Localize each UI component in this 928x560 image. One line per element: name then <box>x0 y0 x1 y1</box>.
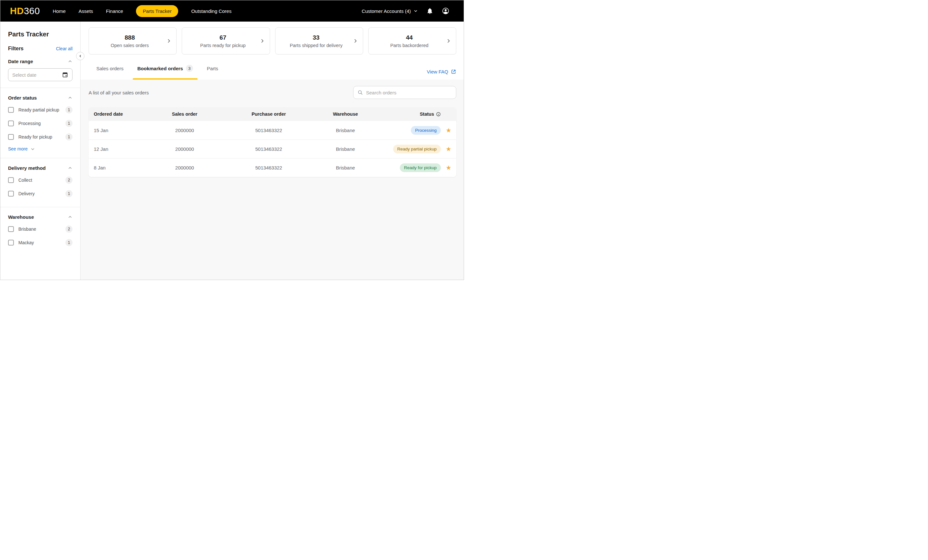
warehouse-header[interactable]: Warehouse <box>8 214 72 220</box>
tabs-bar: Sales orders Bookmarked orders 3 Parts V… <box>89 55 456 79</box>
stat-card-parts-shipped-for-delivery[interactable]: 33 Parts shipped for delivery <box>275 27 363 55</box>
count-badge: 1 <box>66 190 72 197</box>
checkbox[interactable] <box>8 226 14 232</box>
calendar-icon[interactable] <box>62 72 68 78</box>
count-badge: 2 <box>66 177 72 184</box>
stat-card-parts-backordered[interactable]: 44 Parts backordered <box>368 27 456 55</box>
logo-hd: HD <box>10 6 24 17</box>
cell-purchase-order: 5013463322 <box>226 165 311 171</box>
search-orders-box[interactable] <box>353 86 456 99</box>
chevron-right-icon <box>259 38 265 44</box>
divider <box>0 158 80 158</box>
clear-all-link[interactable]: Clear all <box>56 46 72 51</box>
notifications-button[interactable] <box>426 8 433 15</box>
chevron-right-icon <box>446 38 452 44</box>
column-header-purchase-order: Purchase order <box>226 111 311 117</box>
orders-table: Ordered date Sales order Purchase order … <box>89 107 456 177</box>
nav-item-outstanding-cores[interactable]: Outstanding Cores <box>191 8 231 14</box>
tab-bookmarked-orders[interactable]: Bookmarked orders 3 <box>133 65 197 79</box>
bell-icon <box>426 8 433 15</box>
table-row[interactable]: 15 Jan 2000000 5013463322 Brisbane Proce… <box>89 121 456 139</box>
account-button[interactable] <box>442 7 450 15</box>
filter-option-label: Collect <box>18 177 66 183</box>
main-content: 888 Open sales orders 67 Parts ready for… <box>81 21 464 280</box>
nav-item-parts-tracker[interactable]: Parts Tracker <box>136 5 178 17</box>
count-badge: 1 <box>66 239 72 246</box>
cell-purchase-order: 5013463322 <box>226 128 311 133</box>
stat-card-parts-ready-for-pickup[interactable]: 67 Parts ready for pickup <box>182 27 270 55</box>
filter-option-ready-for-pickup[interactable]: Ready for pickup 1 <box>8 130 72 144</box>
tab-label: Sales orders <box>96 66 124 71</box>
see-more-label: See more <box>8 146 28 151</box>
account-icon <box>442 7 450 15</box>
info-icon[interactable] <box>436 112 441 117</box>
cell-warehouse: Brisbane <box>311 146 379 152</box>
customer-accounts-dropdown[interactable]: Customer Accounts (4) <box>362 8 418 14</box>
delivery-method-header[interactable]: Delivery method <box>8 165 72 171</box>
tab-label: Parts <box>207 66 218 71</box>
filter-option-ready-partial-pickup[interactable]: Ready partial pickup 1 <box>8 103 72 117</box>
chevron-up-icon <box>68 166 72 171</box>
filter-option-mackay[interactable]: Mackay 1 <box>8 236 72 249</box>
tab-panel-bookmarked-orders: A list of all your sales orders Ordered … <box>81 79 464 280</box>
filter-option-collect[interactable]: Collect 2 <box>8 173 72 187</box>
column-header-sales-order: Sales order <box>143 111 226 117</box>
tab-parts[interactable]: Parts <box>202 65 223 79</box>
nav-item-assets[interactable]: Assets <box>79 8 93 14</box>
date-range-input[interactable]: Select date <box>8 68 72 81</box>
filter-option-brisbane[interactable]: Brisbane 2 <box>8 222 72 236</box>
checkbox[interactable] <box>8 121 14 126</box>
tab-sales-orders[interactable]: Sales orders <box>92 65 128 79</box>
filters-label: Filters <box>8 46 23 52</box>
search-icon <box>357 90 363 95</box>
table-row[interactable]: 12 Jan 2000000 5013463322 Brisbane Ready… <box>89 139 456 158</box>
stat-value: 888 <box>93 34 166 41</box>
app-logo: HD 360 <box>10 6 40 17</box>
tab-count-badge: 3 <box>186 65 193 72</box>
chevron-down-icon <box>414 9 418 13</box>
view-faq-link[interactable]: View FAQ <box>427 69 456 75</box>
count-badge: 1 <box>66 106 72 113</box>
filter-option-delivery[interactable]: Delivery 1 <box>8 187 72 200</box>
checkbox[interactable] <box>8 191 14 197</box>
checkbox[interactable] <box>8 177 14 183</box>
cell-warehouse: Brisbane <box>311 128 379 133</box>
cell-ordered-date: 15 Jan <box>89 128 143 133</box>
external-link-icon <box>451 69 456 75</box>
stat-card-open-sales-orders[interactable]: 888 Open sales orders <box>89 27 177 55</box>
filter-option-label: Ready partial pickup <box>18 107 66 113</box>
order-status-header[interactable]: Order status <box>8 95 72 101</box>
cell-sales-order: 2000000 <box>143 165 226 171</box>
chevron-left-icon <box>78 54 82 58</box>
filter-option-label: Delivery <box>18 191 66 196</box>
cell-ordered-date: 12 Jan <box>89 146 143 152</box>
filters-sidebar: Parts Tracker Filters Clear all Date ran… <box>0 21 81 280</box>
date-range-label: Date range <box>8 59 33 64</box>
date-range-header[interactable]: Date range <box>8 59 72 64</box>
sidebar-collapse-button[interactable] <box>76 52 84 60</box>
see-more-link[interactable]: See more <box>8 146 72 151</box>
filter-option-label: Mackay <box>18 240 66 245</box>
chevron-right-icon <box>353 38 358 44</box>
cell-purchase-order: 5013463322 <box>226 146 311 152</box>
star-icon[interactable]: ★ <box>446 146 451 152</box>
checkbox[interactable] <box>8 240 14 246</box>
cell-sales-order: 2000000 <box>143 146 226 152</box>
filter-option-processing[interactable]: Processing 1 <box>8 117 72 130</box>
delivery-method-label: Delivery method <box>8 165 46 171</box>
stat-label: Parts backordered <box>373 43 446 48</box>
filter-option-label: Brisbane <box>18 226 66 232</box>
divider <box>0 207 80 207</box>
search-orders-input[interactable] <box>366 90 452 95</box>
order-status-options: Ready partial pickup 1 Processing 1 Read… <box>8 103 72 144</box>
checkbox[interactable] <box>8 134 14 140</box>
stat-value: 44 <box>373 34 446 41</box>
star-icon[interactable]: ★ <box>446 165 451 171</box>
star-icon[interactable]: ★ <box>446 127 451 133</box>
cell-warehouse: Brisbane <box>311 165 379 171</box>
table-row[interactable]: 8 Jan 2000000 5013463322 Brisbane Ready … <box>89 158 456 177</box>
status-badge: Ready for pickup <box>400 163 441 172</box>
nav-item-finance[interactable]: Finance <box>106 8 123 14</box>
nav-item-home[interactable]: Home <box>53 8 66 14</box>
checkbox[interactable] <box>8 107 14 113</box>
